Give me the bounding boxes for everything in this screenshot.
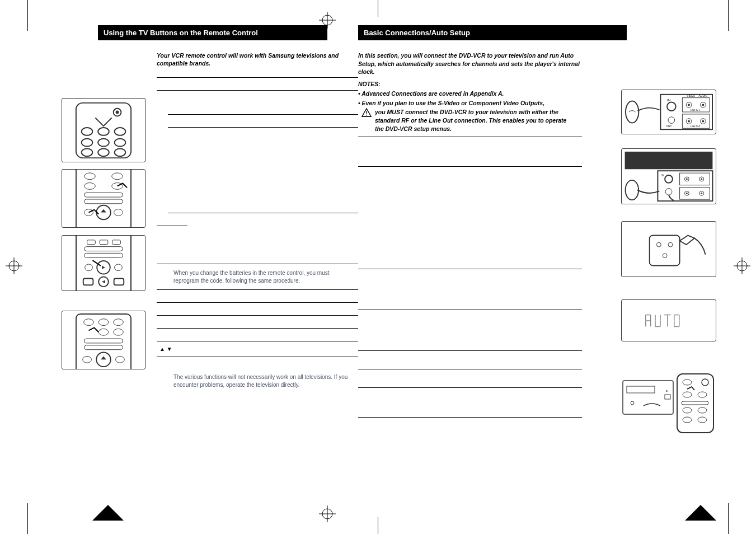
- svg-rect-95: [650, 236, 680, 266]
- svg-text:OUT: OUT: [666, 125, 672, 128]
- rule: [157, 302, 358, 303]
- power-plug-diagram: [621, 221, 716, 277]
- svg-text:LINE OUT: LINE OUT: [691, 125, 701, 128]
- svg-rect-39: [84, 253, 123, 257]
- intro-text: In this section, you will connect the DV…: [358, 51, 582, 76]
- rule: [168, 127, 358, 128]
- svg-rect-30: [84, 199, 123, 204]
- svg-point-19: [98, 139, 109, 147]
- svg-point-22: [98, 148, 109, 156]
- svg-point-101: [631, 401, 634, 405]
- svg-point-18: [82, 139, 93, 147]
- crop-mark: [27, 503, 28, 534]
- warning-icon: [361, 108, 372, 117]
- svg-rect-37: [112, 240, 121, 245]
- svg-rect-85: [680, 173, 710, 185]
- connection-diagram-1: IN OUT VIDEOAUDIO LINE IN 1 LINE OUT: [621, 90, 716, 134]
- svg-rect-45: [114, 278, 124, 285]
- rule: [157, 357, 358, 357]
- svg-point-25: [84, 173, 96, 180]
- rule: [358, 166, 582, 167]
- rule: [157, 264, 358, 264]
- svg-point-56: [116, 356, 125, 363]
- rule: [157, 90, 358, 91]
- svg-text:VIDEO: VIDEO: [687, 95, 695, 97]
- connection-diagram-2: IN: [621, 148, 716, 204]
- svg-rect-52: [84, 339, 123, 343]
- note-item: • Even if you plan to use the S-Video or…: [358, 99, 582, 107]
- left-page: Using the TV Buttons on the Remote Contr…: [56, 25, 369, 507]
- svg-point-77: [702, 120, 704, 123]
- svg-point-87: [686, 178, 688, 180]
- svg-rect-102: [665, 395, 670, 399]
- registration-mark-icon: [6, 257, 22, 274]
- remote-diagram-2: [62, 169, 145, 228]
- svg-point-75: [688, 120, 690, 123]
- svg-point-63: [668, 117, 675, 124]
- battery-note: When you change the batteries in the rem…: [173, 268, 353, 286]
- svg-point-17: [115, 128, 126, 135]
- svg-rect-29: [84, 193, 123, 197]
- rule: [157, 289, 358, 290]
- page-corner-icon: [685, 505, 716, 521]
- svg-point-108: [698, 392, 707, 397]
- rule: [168, 213, 358, 213]
- crop-mark: [728, 503, 729, 534]
- rule: [157, 315, 358, 316]
- svg-rect-81: [658, 171, 712, 201]
- rule: [358, 387, 582, 388]
- svg-point-23: [115, 148, 126, 156]
- svg-point-27: [84, 183, 96, 190]
- svg-rect-24: [76, 170, 131, 227]
- svg-point-82: [665, 175, 673, 183]
- svg-point-32: [84, 209, 93, 216]
- crop-mark: [378, 0, 378, 17]
- svg-point-26: [112, 173, 123, 180]
- rule: [157, 226, 187, 226]
- svg-rect-90: [680, 188, 710, 200]
- svg-point-15: [82, 128, 93, 135]
- svg-point-111: [698, 407, 707, 413]
- svg-point-16: [98, 128, 109, 135]
- svg-rect-36: [100, 240, 108, 245]
- remote-diagram-1: [62, 98, 145, 162]
- svg-rect-38: [84, 247, 123, 251]
- svg-point-112: [683, 417, 692, 423]
- functions-note: The various functions will not necessari…: [173, 372, 353, 390]
- svg-point-21: [82, 148, 93, 156]
- svg-rect-35: [87, 240, 96, 245]
- svg-point-61: [667, 102, 676, 111]
- rule: [358, 369, 582, 369]
- svg-point-48: [98, 319, 109, 326]
- svg-point-84: [665, 189, 672, 195]
- page-title: Basic Connections/Auto Setup: [358, 25, 627, 40]
- svg-point-20: [115, 139, 126, 147]
- rule: [157, 77, 358, 78]
- svg-point-41: [85, 264, 93, 271]
- rule: [157, 341, 358, 341]
- crop-mark: [378, 517, 378, 534]
- svg-point-107: [683, 392, 692, 397]
- svg-point-98: [663, 254, 667, 258]
- svg-text:AUDIO: AUDIO: [699, 95, 708, 97]
- svg-point-92: [686, 193, 688, 194]
- page-corner-icon: [92, 505, 124, 521]
- svg-point-106: [683, 380, 692, 385]
- svg-point-71: [702, 104, 704, 106]
- notes-label: NOTES:: [358, 81, 694, 87]
- note-sub: you MUST connect the DVD-VCR to your tel…: [375, 108, 571, 133]
- svg-rect-43: [83, 278, 93, 285]
- svg-point-14: [116, 111, 119, 114]
- crop-mark: [728, 0, 729, 31]
- svg-rect-99: [623, 381, 673, 414]
- svg-text:F: F: [666, 390, 668, 393]
- svg-point-96: [656, 242, 661, 247]
- svg-point-69: [688, 104, 690, 106]
- svg-rect-79: [625, 152, 713, 169]
- svg-point-94: [701, 193, 702, 194]
- svg-point-80: [626, 180, 639, 200]
- svg-rect-109: [682, 401, 708, 405]
- rule: [157, 328, 358, 329]
- rule: [358, 417, 582, 418]
- svg-point-110: [683, 407, 692, 413]
